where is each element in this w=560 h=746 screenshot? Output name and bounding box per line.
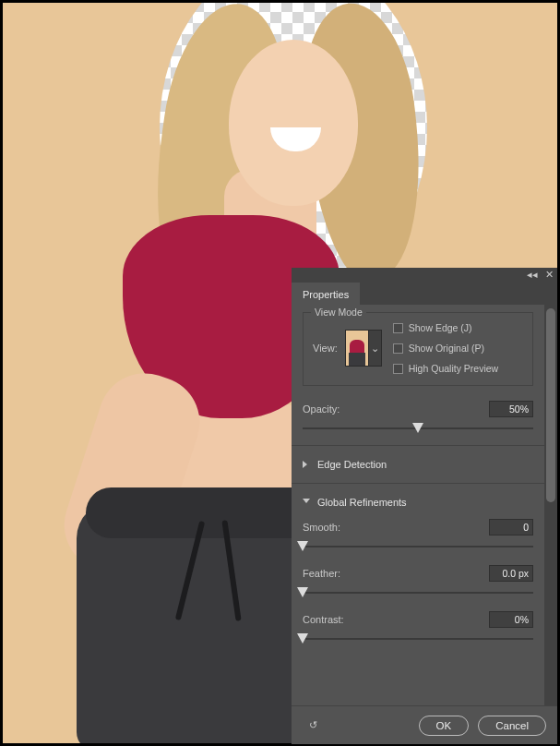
subject-face	[229, 40, 358, 206]
chevron-down-icon: ⌄	[371, 343, 379, 355]
contrast-input[interactable]: 0%	[489, 611, 533, 628]
global-refinements-header[interactable]: Global Refinements	[292, 487, 544, 517]
feather-slider[interactable]	[303, 585, 533, 600]
view-dropdown-button[interactable]: ⌄	[369, 330, 382, 367]
contrast-label: Contrast:	[303, 614, 344, 625]
chevron-right-icon	[303, 461, 310, 468]
show-original-label: Show Original (P)	[409, 343, 484, 354]
edge-detection-header[interactable]: Edge Detection	[292, 450, 544, 479]
opacity-slider[interactable]	[303, 421, 533, 436]
tab-properties[interactable]: Properties	[292, 283, 360, 305]
opacity-input[interactable]: 50%	[489, 401, 533, 417]
panel-close-icon[interactable]: ✕	[545, 269, 554, 281]
properties-panel: ◂◂ ✕ Properties View Mode View: ⌄	[292, 268, 557, 744]
view-mode-legend: View Mode	[311, 307, 366, 318]
show-edge-checkbox[interactable]: Show Edge (J)	[393, 322, 498, 333]
panel-tabbar: Properties	[292, 281, 557, 305]
smooth-input[interactable]: 0	[489, 519, 533, 535]
opacity-label: Opacity:	[303, 403, 340, 415]
scrollbar-thumb[interactable]	[546, 308, 555, 502]
panel-collapse-icon[interactable]: ◂◂	[527, 269, 538, 281]
feather-label: Feather:	[303, 568, 340, 579]
high-quality-checkbox[interactable]: High Quality Preview	[393, 363, 498, 374]
smooth-label: Smooth:	[303, 522, 340, 533]
show-original-checkbox[interactable]: Show Original (P)	[393, 343, 498, 354]
panel-topbar: ◂◂ ✕	[292, 268, 557, 281]
view-mode-group: View Mode View: ⌄ Show Ed	[303, 312, 533, 386]
contrast-slider[interactable]	[303, 632, 533, 646]
reset-button[interactable]: ↺	[303, 717, 323, 734]
chevron-down-icon	[303, 499, 310, 506]
ok-button[interactable]: OK	[419, 716, 470, 736]
cancel-button[interactable]: Cancel	[478, 716, 546, 736]
edge-detection-label: Edge Detection	[317, 459, 387, 470]
panel-footer: ↺ OK Cancel	[292, 705, 557, 744]
feather-input[interactable]: 0.0 px	[489, 565, 533, 582]
smooth-slider[interactable]	[303, 539, 533, 554]
high-quality-label: High Quality Preview	[409, 363, 498, 374]
show-edge-label: Show Edge (J)	[409, 322, 472, 333]
view-thumbnail[interactable]	[345, 330, 369, 367]
panel-scrollbar[interactable]	[544, 305, 557, 705]
view-label: View:	[313, 343, 338, 354]
global-refinements-label: Global Refinements	[317, 497, 407, 508]
reset-icon: ↺	[309, 719, 317, 731]
